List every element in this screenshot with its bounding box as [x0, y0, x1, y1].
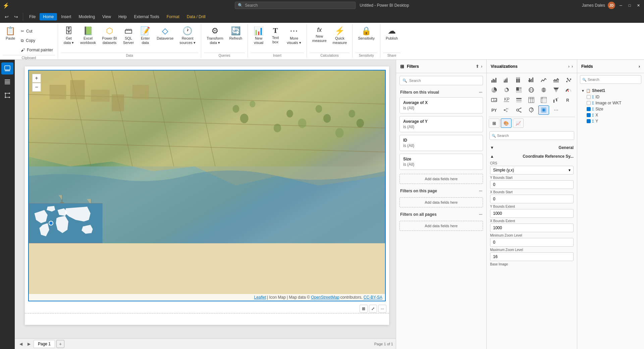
filters-search-input[interactable] — [409, 79, 480, 83]
viz-treemap[interactable] — [514, 85, 524, 95]
menu-data-drill[interactable]: Data / Drill — [183, 13, 209, 20]
filter-item-avg-x[interactable]: Average of X is (All) — [399, 97, 483, 113]
crs-section-header[interactable]: ▲ Coordinate Reference Sy... — [490, 153, 574, 160]
viz-table[interactable] — [526, 95, 537, 105]
viz-filled-map[interactable] — [538, 85, 549, 95]
undo-button[interactable]: ↩ — [3, 13, 11, 21]
menu-insert[interactable]: Insert — [58, 13, 74, 20]
min-zoom-input[interactable]: 0 — [490, 238, 574, 247]
quick-measure-button[interactable]: ⚡ Quickmeasure — [330, 26, 350, 51]
add-visual-filter-button[interactable]: Add data fields here — [399, 174, 483, 184]
viz-pie[interactable] — [489, 85, 499, 95]
viz-funnel[interactable] — [551, 85, 561, 95]
get-data-button[interactable]: 🗄 Getdata ▾ — [61, 26, 77, 51]
leaflet-link[interactable]: Leaflet — [254, 295, 266, 300]
x-bounds-extent-input[interactable]: 1000 — [490, 223, 574, 232]
fields-search-box[interactable]: 🔍 — [580, 75, 641, 84]
viz-matrix[interactable] — [538, 95, 549, 105]
text-box-button[interactable]: T Textbox — [267, 26, 283, 51]
filter-item-avg-y[interactable]: Average of Y is (All) — [399, 116, 483, 132]
menu-help[interactable]: Help — [115, 13, 130, 20]
filter-page-more-button[interactable]: ··· — [479, 189, 482, 193]
viz-scatter[interactable] — [563, 75, 574, 85]
viz-waterfall[interactable] — [551, 95, 561, 105]
id-checkbox[interactable] — [587, 95, 591, 99]
viz-analytics-tab[interactable]: 📈 — [513, 118, 524, 128]
more-visuals-button[interactable]: ⋯ Morevisuals ▾ — [284, 26, 304, 51]
y-bounds-start-input[interactable]: 0 — [490, 180, 574, 189]
zoom-in-button[interactable]: + — [32, 74, 41, 83]
y-bounds-extent-input[interactable]: 1000 — [490, 209, 574, 218]
viz-search-input[interactable] — [497, 134, 572, 138]
zoom-out-button[interactable]: − — [32, 83, 41, 92]
data-view-button[interactable] — [1, 76, 13, 88]
viz-fields-tab[interactable]: ⊞ — [489, 118, 499, 128]
visual-container[interactable]: + − — [28, 70, 386, 301]
focus-mode-button[interactable]: ⤢ — [369, 305, 377, 313]
viz-100pct-bar[interactable] — [514, 75, 524, 85]
viz-slicer[interactable] — [514, 95, 524, 105]
power-bi-datasets-button[interactable]: ⬡ Power BIdatasets — [99, 26, 120, 51]
fields-field-size[interactable]: Σ Size — [580, 106, 641, 112]
fields-field-y[interactable]: Σ Y — [580, 118, 641, 124]
menu-home[interactable]: Home — [40, 13, 57, 20]
viz-card[interactable]: 123 — [489, 95, 499, 105]
y-checkbox[interactable] — [587, 119, 591, 123]
menu-view[interactable]: View — [99, 13, 114, 20]
add-page-filter-button[interactable]: Add data fields here — [399, 197, 483, 207]
x-checkbox[interactable] — [587, 113, 591, 117]
more-options-button[interactable]: ··· — [378, 305, 386, 313]
viz-column[interactable] — [526, 75, 537, 85]
viz-expand-button[interactable]: › — [568, 64, 570, 69]
model-view-button[interactable] — [1, 89, 13, 101]
filter-item-size[interactable]: Size is (All) — [399, 154, 483, 170]
viz-decomp-tree[interactable] — [501, 105, 512, 115]
menu-file[interactable]: File — [26, 13, 39, 20]
crs-dropdown[interactable]: Simple (y,x) ▾ — [490, 166, 574, 174]
viz-area[interactable] — [551, 75, 561, 85]
excel-workbook-button[interactable]: 📗 Excelworkbook — [77, 26, 99, 51]
page-1-tab[interactable]: Page 1 — [34, 340, 55, 348]
close-button[interactable]: ✕ — [635, 2, 641, 8]
filter-item-id[interactable]: ID is (All) — [399, 135, 483, 151]
fields-expand-button[interactable]: › — [639, 64, 640, 69]
filter-visual-button[interactable]: ⊞ — [360, 305, 368, 313]
ccbysa-link[interactable]: CC-BY-SA — [364, 295, 382, 300]
new-measure-button[interactable]: fx Newmeasure — [310, 26, 329, 51]
fields-field-image-wkt[interactable]: Σ Image or WKT — [580, 100, 641, 106]
viz-r-visual[interactable]: R — [563, 95, 574, 105]
format-painter-button[interactable]: 🖌 Format painter — [19, 46, 55, 54]
viz-search-box[interactable]: 🔍 — [489, 131, 574, 140]
viz-py-visual[interactable]: PY — [489, 105, 499, 115]
cut-button[interactable]: ✂ Cut — [19, 27, 55, 36]
sql-server-button[interactable]: 🗃 SQLServer — [120, 26, 137, 51]
menu-external-tools[interactable]: External Tools — [131, 13, 163, 20]
filters-search-box[interactable]: 🔍 — [399, 76, 483, 85]
viz-qa[interactable]: ? — [526, 105, 537, 115]
refresh-button[interactable]: 🔄 Refresh — [227, 26, 245, 51]
viz-map[interactable] — [526, 85, 537, 95]
redo-button[interactable]: ↪ — [12, 13, 20, 21]
viz-more-button[interactable]: › — [572, 64, 573, 69]
filter-section-more-button[interactable]: ··· — [479, 90, 482, 95]
fields-table-sheet1[interactable]: ▼ 📋 Sheet1 — [580, 87, 641, 94]
maximize-button[interactable]: □ — [627, 2, 633, 8]
fields-field-x[interactable]: Σ X — [580, 112, 641, 118]
viz-format-tab[interactable]: 🎨 — [501, 118, 512, 128]
image-wkt-checkbox[interactable] — [587, 101, 591, 105]
add-all-filter-button[interactable]: Add data fields here — [399, 221, 483, 231]
prev-page-button[interactable]: ◀ — [17, 341, 24, 347]
viz-more-options[interactable]: ··· — [551, 105, 561, 115]
title-search-box[interactable]: 🔍 Search — [235, 2, 356, 9]
viz-bar-chart[interactable] — [489, 75, 499, 85]
enter-data-button[interactable]: 📝 Enterdata — [137, 26, 153, 51]
minimize-button[interactable]: ─ — [618, 2, 624, 8]
menu-format[interactable]: Format — [163, 13, 183, 20]
fields-field-id[interactable]: Σ ID — [580, 94, 641, 100]
filters-collapse-button[interactable]: ⬆ — [476, 64, 479, 69]
max-zoom-input[interactable]: 16 — [490, 252, 574, 261]
viz-key-influencers[interactable] — [514, 105, 524, 115]
filter-all-more-button[interactable]: ··· — [479, 212, 482, 217]
paste-button[interactable]: 📋 Paste — [3, 26, 18, 51]
publish-button[interactable]: ☁ Publish — [383, 26, 400, 51]
